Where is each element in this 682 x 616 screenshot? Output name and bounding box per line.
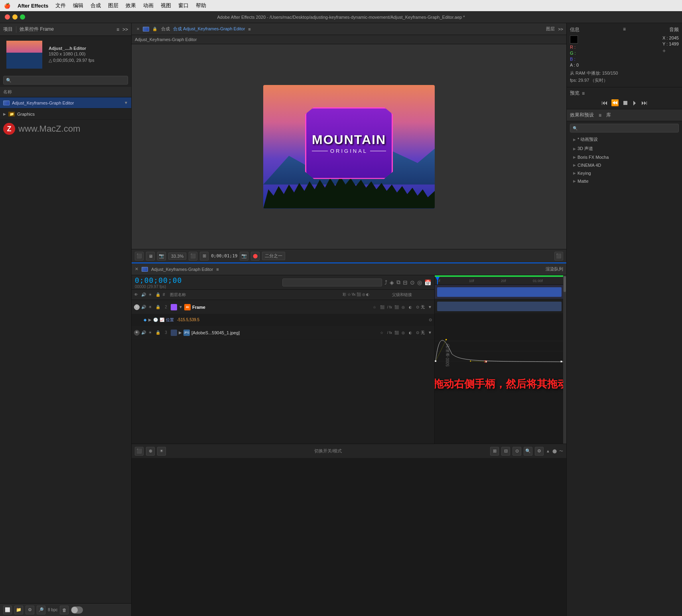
tl-end-pos[interactable]: ⬤ [552,449,557,453]
tl-snap-btn[interactable]: ⊙ [512,447,521,456]
tl-tool-3[interactable]: ⧉ [396,279,400,286]
menu-help[interactable]: 帮助 [196,2,206,9]
effects-search-input[interactable] [578,126,676,130]
comp-viewer-tab[interactable]: 合成 [161,26,170,32]
preview-play[interactable]: ⏵ [632,99,638,107]
tl-track-row-2[interactable] [435,285,566,299]
render-queue-label[interactable]: 渲染队列 [546,266,563,272]
tl-tool-7[interactable]: 📅 [424,279,431,286]
effects-item-4[interactable]: ▶ Keying [567,169,682,177]
preview-stop[interactable]: ⏹ [622,99,629,107]
switch-motion-blur[interactable]: ⬛ [394,305,400,309]
preview-menu[interactable]: ≡ [582,91,585,96]
tl-zoom-in-btn[interactable]: 🔍 [524,447,532,456]
switch3-fx[interactable]: / fx [387,331,393,335]
audio-tab[interactable]: 音频 [669,26,679,33]
scroll-thumb[interactable] [564,276,566,292]
comp-item-options[interactable]: ▼ [124,101,128,105]
tl-markers-btn[interactable]: 〜 [559,448,563,454]
layer-audio-2[interactable]: 🔊 [141,305,147,309]
viewer-region-btn[interactable]: ⬛ [135,252,144,261]
layer-name-3[interactable]: [AdobeS...59045_1.jpeg] [191,330,284,335]
project-settings-button[interactable]: ⚙ [26,606,34,614]
effects-search-bar[interactable]: 🔍 [570,124,679,132]
layer-solo-3[interactable]: ☀ [148,330,154,335]
switch-shy[interactable]: ☆ [373,305,378,309]
switch3-blur[interactable]: ⬛ [394,331,400,335]
fit-btn[interactable]: ⬛ [189,252,197,261]
toggle-mode-label[interactable]: 切换开关/模式 [314,448,342,453]
viewer-camera-btn[interactable]: 📷 [157,252,166,261]
tl-track-row-3[interactable] [435,299,566,314]
folder-arrow-icon[interactable]: ▶ [3,112,6,116]
effects-tab[interactable]: 效果和预设 [570,112,594,118]
info-tab[interactable]: 信息 [570,26,580,33]
tl-graph-btn[interactable]: ⊞ [490,447,499,456]
layer-expand-2[interactable]: ▼ [179,305,183,309]
layer-lock-2[interactable]: 🔒 [156,305,161,309]
layers-tab[interactable]: 图层 [546,26,555,32]
project-folder-item[interactable]: ▶ 📁 Graphics [0,109,131,120]
project-search[interactable]: 🔍 [3,76,128,85]
project-tab[interactable]: 项目 [3,26,13,33]
layer-solo-2[interactable]: ☀ [148,305,154,309]
layers-expand[interactable]: >> [558,27,563,32]
tl-nav-btn[interactable]: ⊟ [501,447,510,456]
layer-lock-3[interactable]: 🔒 [156,330,161,335]
tab-close-x[interactable]: ✕ [136,27,140,31]
search-tool-button[interactable]: 🔎 [37,606,45,614]
search-input[interactable] [13,78,125,83]
effects-control-tab[interactable]: 效果控件 Frame [20,26,54,33]
parent-none-3[interactable]: 无 [421,330,425,336]
effects-item-0[interactable]: ▶ * 动画预设 [567,135,682,144]
new-item-button[interactable]: ⬜ [3,606,12,614]
effects-menu[interactable]: ≡ [599,113,601,118]
effects-item-3[interactable]: ▶ CINEMA 4D [567,161,682,169]
layer-bar-frame[interactable] [437,287,562,297]
playhead[interactable] [437,277,438,284]
parent-dropdown-3[interactable]: ▼ [428,330,432,335]
tl-close-x[interactable]: ✕ [135,267,138,272]
info-menu[interactable]: ≡ [623,26,626,33]
grid-btn[interactable]: ⊞ [200,252,209,261]
tl-tool-4[interactable]: ⊟ [403,279,408,286]
viewer-monitor-btn[interactable]: 🖥 [146,252,155,261]
library-tab[interactable]: 库 [606,112,611,118]
menu-layer[interactable]: 图层 [108,2,118,9]
zoom-display[interactable]: 33.3% [168,253,186,260]
panel-menu-icon[interactable]: ≡ [116,27,119,32]
effects-item-1[interactable]: ▶ 3D 声道 [567,144,682,153]
delete-button[interactable]: 🗑 [60,606,69,614]
preview-tab[interactable]: 预览 [570,90,580,97]
viewer-options-btn[interactable]: ⬛ [554,252,563,261]
tl-tool-5[interactable]: ⊙ [410,279,415,286]
apple-menu[interactable]: 🍎 [4,3,10,9]
parent-dropdown-2[interactable]: ▼ [428,305,432,309]
preview-prev-frame[interactable]: ⏪ [611,99,619,107]
layer-vis-3[interactable]: 👁 [134,330,140,336]
tl-search-input[interactable] [282,278,382,286]
tl-parent-btn[interactable]: ⊕ [146,447,155,456]
clock-icon[interactable]: 🕐 [153,318,158,322]
switch-3d[interactable]: ◐ [409,305,414,309]
tl-playhead-pos[interactable]: ▲ [546,449,550,453]
layer-audio-3[interactable]: 🔊 [141,330,147,335]
switch-adjust[interactable]: ◎ [402,305,407,309]
tl-new-layer-btn[interactable]: ⬛ [135,447,144,456]
tl-tool-2[interactable]: ◈ [390,279,394,286]
menu-window[interactable]: 窗口 [178,2,189,9]
effects-item-5[interactable]: ▶ Matte [567,177,682,185]
tl-solo-btn[interactable]: ☀ [157,447,166,456]
layer-name-2[interactable]: Frame [192,305,281,310]
color-btn[interactable]: ⬤ [251,252,260,261]
switch3-shy[interactable]: ☆ [380,331,386,335]
preview-last[interactable]: ⏭ [641,99,648,107]
app-name[interactable]: After Effects [18,3,48,9]
tab-panel-menu[interactable]: ≡ [248,27,250,32]
snapshot-btn[interactable]: 📷 [240,252,248,261]
layer-vis-2[interactable]: 👁 [134,304,140,310]
layer-bar-jpeg[interactable] [437,302,562,311]
layer-expand-3[interactable]: ▶ [179,330,182,335]
view-mode-btn[interactable]: 二分之一 [262,252,285,260]
switch-fx[interactable]: / fx [387,305,393,309]
